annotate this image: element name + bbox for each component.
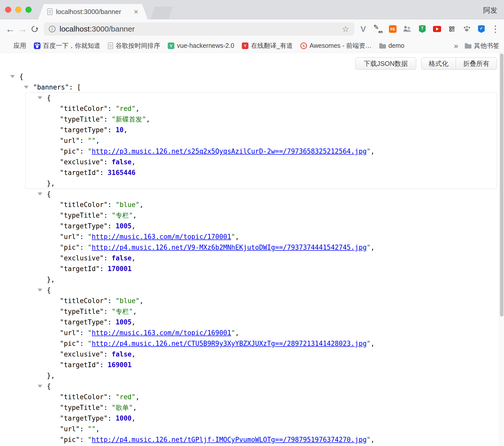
fe-extension-button[interactable]: FE [387,23,399,35]
browser-window: localhost:3000/banner × 阿发 ← → i localho… [0,0,504,446]
expander-triangle-icon[interactable] [38,96,42,99]
json-line: "typeTitle": "歌单", [25,402,497,413]
bookmark-item[interactable]: Vvue-hackernews-2.0 [168,42,234,49]
zoom-window-button[interactable] [25,7,32,13]
json-url-link[interactable]: http://p3.music.126.net/s25q2x5QyqsAzilC… [92,147,367,155]
people-icon [403,25,412,33]
json-line: }, [25,178,497,189]
profile-name: 阿发 [483,6,497,15]
youdao-icon: Y [242,42,248,49]
v-extension-button[interactable]: V [357,23,369,35]
other-bookmarks-label: 其他书签 [474,41,499,50]
bookmark-label: demo [388,42,404,49]
json-object-banner-4: {"titleColor": "red","typeTitle": "歌单","… [25,381,497,446]
bookmark-item[interactable]: 百度一下，你就知道 [34,41,100,50]
json-line: "titleColor": "red", [25,392,497,402]
extension-icons: VenFET✓ [357,23,487,35]
people-extension-button[interactable] [402,23,413,35]
json-line: { [25,93,497,103]
json-line: "targetType": 1005, [25,221,497,231]
baidu-icon [34,42,40,49]
minimize-window-button[interactable] [15,7,21,13]
qrcode-extension-button[interactable] [446,23,458,35]
shield-t-extension-button[interactable]: T [416,23,428,35]
tab-title: localhost:3000/banner [56,8,131,16]
qrcode-icon [449,26,455,32]
paw-icon [463,25,470,33]
json-line: "exclusive": false, [25,253,497,263]
bookmarks-items: 应用百度一下，你就知道谷歌按时间排序Vvue-hackernews-2.0Y在线… [5,41,404,50]
tab-bar: localhost:3000/banner × 阿发 [0,0,504,19]
bookmark-item[interactable]: 应用 [5,41,26,50]
url-host: localhost [60,25,90,33]
page-content: 下载JSON数据 格式化 折叠所有 {"banners": [{"titleCo… [0,53,504,446]
url-input[interactable]: i localhost:3000/banner ☆ [44,22,354,36]
play-icon [436,27,439,31]
bookmark-label: 应用 [13,41,26,50]
shield-t-icon: T [419,25,426,33]
json-line: "pic": "http://p3.music.126.net/s25q2x5Q… [25,146,497,157]
paw-extension-button[interactable] [461,23,472,35]
json-line: "targetType": 1005, [25,317,497,328]
download-json-button[interactable]: 下载JSON数据 [355,57,416,70]
folder-icon [379,44,386,49]
bookmark-label: 谷歌按时间排序 [116,41,160,50]
bookmark-star-icon[interactable]: ☆ [342,24,349,34]
json-url-link[interactable]: http://music.163.com/m/topic/169001 [92,329,231,337]
json-line: { [25,285,497,295]
window-controls [5,7,32,13]
json-url-link[interactable]: http://music.163.com/m/topic/170001 [92,233,231,241]
collapse-all-button[interactable]: 折叠所有 [456,58,497,69]
json-line: "titleColor": "blue", [25,295,497,306]
json-line: }, [25,370,497,381]
page-info-icon[interactable]: i [49,26,55,32]
json-line: "url": "", [25,135,497,146]
json-line: "exclusive": false, [25,349,497,360]
json-line: "typeTitle": "专栏", [25,306,497,317]
folder-icon [465,44,471,49]
reload-button[interactable] [29,23,41,35]
back-button[interactable]: ← [4,23,16,35]
translate-extension-button[interactable]: en [372,23,384,35]
json-line: "targetId": 170001 [25,263,497,274]
bookmark-item[interactable]: 谷歌按时间排序 [108,41,160,50]
close-tab-icon[interactable]: × [134,8,138,16]
new-tab-button[interactable] [151,7,173,19]
json-line: { [25,381,497,392]
bookmarks-overflow-chevron[interactable]: » [454,41,458,50]
scrollbar-thumb[interactable] [500,53,503,317]
json-line: "titleColor": "red", [25,103,497,114]
json-line: "url": "", [25,424,497,434]
json-url-link[interactable]: http://p4.music.126.net/V9-MXz6b2MNhEKju… [92,244,367,251]
expander-triangle-icon[interactable] [38,289,42,292]
shield-check-extension-button[interactable]: ✓ [475,23,487,35]
json-line: "url": "http://music.163.com/m/topic/169… [25,328,497,338]
other-bookmarks-folder[interactable]: 其他书签 [465,41,499,50]
json-line: }, [25,274,497,285]
expander-triangle-icon[interactable] [38,385,42,388]
scrollbar [499,53,504,446]
json-object-banner-2: {"titleColor": "blue","typeTitle": "专栏",… [25,189,497,285]
view-toggle-group: 格式化 折叠所有 [421,57,497,70]
json-url-link[interactable]: http://p4.music.126.net/tGPljf-IMOCyPvum… [92,436,367,443]
browser-menu-button[interactable]: ⋮ [491,24,500,34]
json-line: "targetId": 3165446 [25,167,497,178]
json-line: "targetId": 169001 [25,360,497,370]
bookmark-item[interactable]: AAwesomes - 前端资… [300,41,372,50]
json-line: "titleColor": "blue", [25,199,497,210]
json-url-link[interactable]: http://p4.music.126.net/CTU5B9R9y3XyYBZX… [92,340,367,347]
close-window-button[interactable] [5,7,11,13]
format-button[interactable]: 格式化 [422,58,456,69]
json-line: "pic": "http://p4.music.126.net/CTU5B9R9… [25,338,497,349]
expander-triangle-icon[interactable] [38,192,42,196]
youtube-extension-button[interactable] [431,23,443,35]
bookmark-item[interactable]: Y在线翻译_有道 [242,41,293,50]
forward-button[interactable]: → [16,23,29,35]
browser-tab[interactable]: localhost:3000/banner × [38,4,148,19]
expander-triangle-icon[interactable] [10,75,15,78]
youtube-icon [433,26,441,32]
bookmark-item[interactable]: demo [379,42,404,49]
translate-icon: en [373,24,383,34]
json-line: "typeTitle": "专栏", [25,210,497,221]
expander-triangle-icon[interactable] [24,86,29,89]
